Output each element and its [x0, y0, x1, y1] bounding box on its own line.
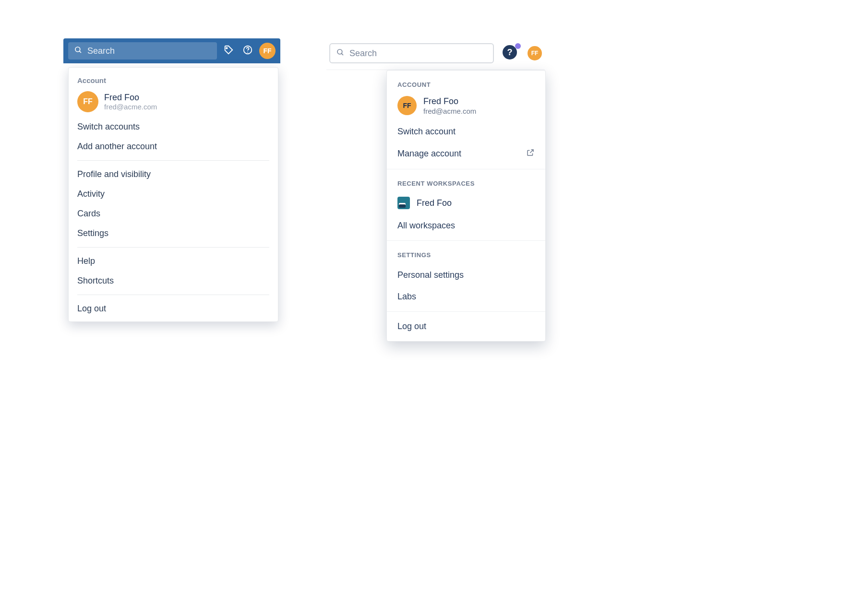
cards-item[interactable]: Cards — [69, 204, 278, 224]
add-another-account-item[interactable]: Add another account — [69, 137, 278, 156]
svg-line-6 — [341, 53, 343, 55]
logout-item[interactable]: Log out — [69, 299, 278, 319]
svg-line-1 — [79, 51, 81, 53]
svg-point-2 — [226, 47, 228, 49]
switch-accounts-item[interactable]: Switch accounts — [69, 117, 278, 137]
all-workspaces-label: All workspaces — [397, 221, 455, 231]
activity-item[interactable]: Activity — [69, 184, 278, 204]
search-icon — [74, 46, 83, 56]
svg-point-0 — [75, 47, 80, 52]
account-heading: ACCOUNT — [387, 79, 545, 94]
personal-settings-item[interactable]: Personal settings — [387, 264, 545, 286]
help-icon — [242, 45, 253, 57]
account-profile[interactable]: FF Fred Foo fred@acme.com — [387, 94, 545, 121]
account-menu: ACCOUNT FF Fred Foo fred@acme.com Switch… — [386, 70, 546, 342]
tag-icon — [223, 45, 234, 57]
divider — [77, 295, 269, 295]
notification-dot-icon — [515, 43, 521, 49]
search-input[interactable] — [349, 48, 487, 59]
divider — [77, 160, 269, 161]
user-name: Fred Foo — [104, 93, 157, 103]
search-icon — [336, 48, 345, 59]
account-profile[interactable]: FF Fred Foo fred@acme.com — [69, 89, 278, 117]
left-header-bar: FF — [63, 38, 280, 63]
avatar: FF — [397, 96, 417, 115]
help-button[interactable] — [240, 43, 255, 59]
avatar-button[interactable]: FF — [528, 46, 542, 60]
recent-workspaces-heading: RECENT WORKSPACES — [387, 178, 545, 193]
settings-item[interactable]: Settings — [69, 224, 278, 243]
help-icon: ? — [503, 45, 517, 59]
search-field[interactable] — [329, 43, 494, 63]
external-link-icon — [526, 148, 535, 159]
workspace-icon — [397, 197, 410, 209]
user-email: fred@acme.com — [423, 107, 476, 115]
workspace-name: Fred Foo — [417, 198, 452, 209]
account-section: ACCOUNT FF Fred Foo fred@acme.com Switch… — [387, 71, 545, 169]
all-workspaces-item[interactable]: All workspaces — [387, 215, 545, 237]
personal-settings-label: Personal settings — [397, 270, 464, 280]
svg-point-5 — [337, 49, 342, 54]
divider — [77, 247, 269, 248]
avatar-button[interactable]: FF — [259, 43, 276, 59]
logout-label: Log out — [397, 321, 426, 332]
tag-button[interactable] — [221, 43, 236, 59]
user-email: fred@acme.com — [104, 103, 157, 111]
recent-workspaces-section: RECENT WORKSPACES Fred Foo All workspace… — [387, 169, 545, 240]
settings-section: SETTINGS Personal settings Labs — [387, 240, 545, 311]
labs-item[interactable]: Labs — [387, 286, 545, 308]
right-header-bar: ? FF — [326, 41, 545, 66]
settings-heading: SETTINGS — [387, 249, 545, 264]
avatar: FF — [77, 91, 98, 112]
switch-account-item[interactable]: Switch account — [387, 121, 545, 142]
labs-label: Labs — [397, 292, 416, 302]
right-panel: ? FF ACCOUNT FF Fred Foo fred@acme.com S… — [326, 41, 545, 342]
user-name: Fred Foo — [423, 96, 476, 107]
help-item[interactable]: Help — [69, 251, 278, 271]
account-heading: Account — [69, 74, 278, 89]
switch-account-label: Switch account — [397, 127, 456, 137]
workspace-item[interactable]: Fred Foo — [387, 193, 545, 215]
search-input[interactable] — [87, 46, 211, 56]
help-button[interactable]: ? — [503, 45, 519, 61]
logout-item[interactable]: Log out — [387, 316, 545, 337]
left-panel: FF Account FF Fred Foo fred@acme.com Swi… — [63, 38, 280, 322]
shortcuts-item[interactable]: Shortcuts — [69, 271, 278, 291]
svg-point-4 — [247, 52, 248, 53]
profile-visibility-item[interactable]: Profile and visibility — [69, 165, 278, 184]
account-menu: Account FF Fred Foo fred@acme.com Switch… — [68, 67, 278, 322]
search-field[interactable] — [68, 42, 217, 59]
logout-section: Log out — [387, 311, 545, 341]
manage-account-item[interactable]: Manage account — [387, 142, 545, 165]
manage-account-label: Manage account — [397, 149, 461, 159]
